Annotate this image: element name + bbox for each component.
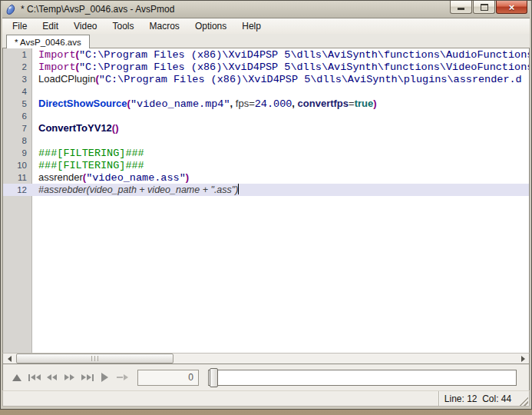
code-line-9[interactable]: 9###[FILTERING]### bbox=[3, 147, 529, 159]
close-icon: × bbox=[509, 2, 515, 12]
line-number: 11 bbox=[3, 171, 32, 184]
code-line-5[interactable]: 5DirectShowSource("video_name.mp4", fps=… bbox=[3, 98, 529, 110]
menu-tools[interactable]: Tools bbox=[105, 18, 142, 34]
step-forward-button[interactable] bbox=[61, 369, 78, 386]
code-text: Import("C:\Program Files (x86)\XviD4PSP … bbox=[32, 48, 529, 61]
code-text: ###[FILTERING]### bbox=[32, 159, 529, 171]
code-text: #assrebder(video_path + video_name + ".a… bbox=[32, 184, 529, 196]
code-line-2[interactable]: 2Import("C:\Program Files (x86)\XviD4PSP… bbox=[3, 61, 529, 73]
scroll-right-icon bbox=[521, 356, 525, 362]
play-button[interactable] bbox=[96, 369, 114, 386]
line-number: 8 bbox=[3, 134, 32, 147]
window-controls: × bbox=[450, 1, 527, 14]
code-text: LoadCPlugin("C:\Program Files (x86)\XviD… bbox=[32, 73, 529, 85]
minimize-button[interactable] bbox=[450, 1, 472, 14]
code-text: ConvertToYV12() bbox=[32, 122, 529, 134]
scroll-left-button[interactable] bbox=[3, 354, 15, 364]
code-text: DirectShowSource("video_name.mp4", fps=2… bbox=[32, 98, 529, 110]
tab-bar: * AvsP_0046.avs bbox=[2, 34, 530, 48]
line-number: 7 bbox=[3, 122, 32, 134]
menu-bar: FileEditVideoToolsMacrosOptionsHelp bbox=[2, 18, 530, 34]
line-number: 10 bbox=[3, 159, 32, 171]
scrollbar-track[interactable] bbox=[15, 354, 517, 364]
status-bar: Line: 12 Col: 44 bbox=[2, 390, 530, 407]
maximize-button[interactable] bbox=[473, 1, 495, 14]
line-number: 4 bbox=[3, 85, 32, 98]
scroll-right-button[interactable] bbox=[517, 354, 529, 364]
code-line-10[interactable]: 10###[FILTERING]### bbox=[3, 159, 529, 171]
video-toolbar bbox=[2, 364, 530, 390]
window-title: * C:\Temp\AvsP_0046.avs - AvsPmod bbox=[21, 4, 174, 15]
tab-label: * AvsP_0046.avs bbox=[15, 38, 81, 47]
close-button[interactable]: × bbox=[496, 1, 527, 14]
text-caret bbox=[238, 184, 239, 194]
code-line-4[interactable]: 4 bbox=[3, 85, 529, 98]
app-icon bbox=[5, 4, 17, 15]
code-text: ###[FILTERING]### bbox=[32, 147, 529, 159]
slider-thumb[interactable] bbox=[210, 368, 218, 387]
code-line-3[interactable]: 3LoadCPlugin("C:\Program Files (x86)\Xvi… bbox=[3, 73, 529, 85]
menu-edit[interactable]: Edit bbox=[35, 18, 66, 34]
goto-frame-button[interactable] bbox=[114, 369, 131, 386]
goto-first-frame-button[interactable] bbox=[25, 369, 43, 386]
maximize-icon bbox=[481, 4, 488, 11]
line-number: 1 bbox=[3, 48, 32, 61]
toggle-video-preview-button[interactable] bbox=[8, 369, 25, 386]
code-text bbox=[32, 134, 529, 147]
code-line-1[interactable]: 1Import("C:\Program Files (x86)\XviD4PSP… bbox=[3, 48, 529, 61]
line-number: 3 bbox=[3, 73, 32, 85]
menu-options[interactable]: Options bbox=[187, 18, 234, 34]
menu-file[interactable]: File bbox=[5, 18, 35, 34]
code-line-11[interactable]: 11assrender("video_name.ass") bbox=[3, 171, 529, 184]
code-line-7[interactable]: 7ConvertToYV12() bbox=[3, 122, 529, 134]
code-line-6[interactable]: 6 bbox=[3, 110, 529, 122]
avspmod-window: * C:\Temp\AvsP_0046.avs - AvsPmod × File… bbox=[0, 0, 532, 410]
code-text: assrender("video_name.ass") bbox=[32, 171, 529, 184]
menu-video[interactable]: Video bbox=[66, 18, 104, 34]
code-lines: 1Import("C:\Program Files (x86)\XviD4PSP… bbox=[3, 48, 529, 196]
title-bar[interactable]: * C:\Temp\AvsP_0046.avs - AvsPmod × bbox=[2, 1, 530, 18]
minimize-icon bbox=[458, 8, 464, 10]
scrollbar-grip-icon bbox=[91, 356, 98, 361]
line-number: 6 bbox=[3, 110, 32, 122]
menu-macros[interactable]: Macros bbox=[142, 18, 187, 34]
line-col-field: Line: 12 Col: 44 bbox=[438, 391, 517, 406]
line-number: 9 bbox=[3, 147, 32, 159]
code-text bbox=[32, 85, 529, 98]
step-backward-button[interactable] bbox=[43, 369, 61, 386]
resize-grip[interactable] bbox=[518, 396, 528, 406]
playback-buttons bbox=[8, 369, 131, 386]
frame-number-input[interactable] bbox=[137, 370, 199, 386]
scrollbar-thumb[interactable] bbox=[16, 354, 173, 364]
video-seek-slider[interactable] bbox=[208, 370, 517, 386]
line-number: 2 bbox=[3, 61, 32, 73]
scroll-left-icon bbox=[8, 356, 12, 362]
menu-help[interactable]: Help bbox=[234, 18, 269, 34]
goto-last-frame-button[interactable] bbox=[78, 369, 96, 386]
code-text: Import("C:\Program Files (x86)\XviD4PSP … bbox=[32, 61, 529, 73]
horizontal-scrollbar[interactable] bbox=[2, 353, 530, 364]
code-line-12[interactable]: 12#assrebder(video_path + video_name + "… bbox=[3, 184, 529, 196]
code-text bbox=[32, 110, 529, 122]
line-number: 5 bbox=[3, 98, 32, 110]
line-number: 12 bbox=[3, 184, 32, 196]
tab-avsp-0046[interactable]: * AvsP_0046.avs bbox=[6, 35, 90, 48]
code-line-8[interactable]: 8 bbox=[3, 134, 529, 147]
line-col-indicator: Line: 12 Col: 44 bbox=[444, 393, 511, 404]
script-editor[interactable]: 1Import("C:\Program Files (x86)\XviD4PSP… bbox=[2, 48, 530, 353]
